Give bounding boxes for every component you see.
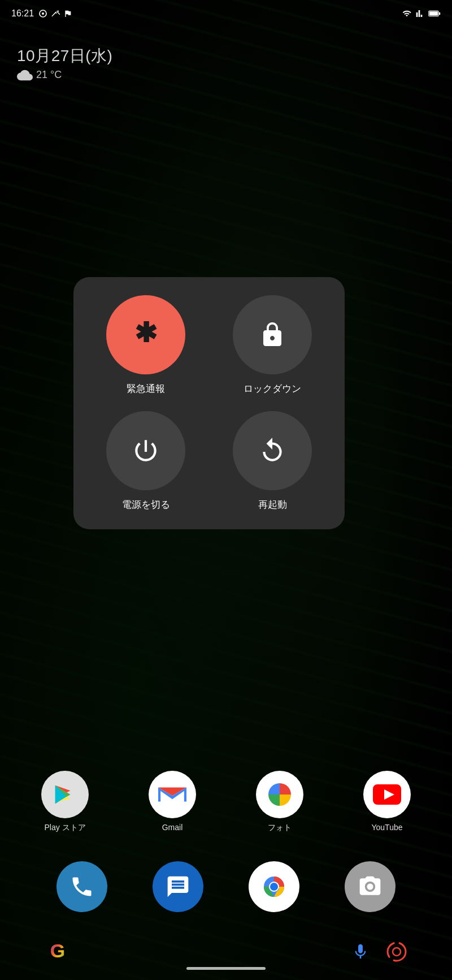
power-off-button[interactable]: 電源を切る — [92, 411, 200, 511]
dock-phone-item[interactable] — [56, 861, 107, 912]
restart-label: 再起動 — [258, 498, 287, 511]
lockdown-circle — [233, 295, 312, 374]
dock-camera-item[interactable] — [345, 861, 395, 912]
mic-icon — [351, 943, 370, 961]
wifi-icon — [401, 9, 412, 18]
svg-rect-3 — [429, 11, 438, 15]
playstore-label: Play ストア — [44, 823, 85, 833]
bottom-dock — [0, 861, 452, 912]
camera-icon-wrapper — [345, 861, 395, 912]
weather-text: 21 °C — [17, 69, 112, 81]
svg-point-1 — [42, 12, 44, 15]
gmail-icon — [158, 783, 186, 806]
chrome-icon-wrapper — [249, 861, 299, 912]
lens-search-button[interactable] — [386, 942, 407, 962]
cloud-icon — [17, 70, 33, 81]
google-g-icon: G G — [45, 939, 70, 964]
svg-text:✱: ✱ — [134, 321, 157, 348]
dock-chrome-item[interactable] — [249, 861, 299, 912]
google-search-button[interactable]: G G — [45, 939, 70, 964]
restart-circle — [233, 411, 312, 490]
app-youtube[interactable]: YouTube — [353, 771, 421, 832]
playstore-icon — [52, 782, 78, 808]
flag-icon — [63, 9, 72, 18]
battery-icon — [428, 10, 441, 18]
svg-text:G: G — [50, 940, 65, 961]
status-time: 16:21 — [11, 8, 34, 19]
lockdown-button[interactable]: ロックダウン — [218, 295, 327, 395]
restart-icon — [258, 437, 286, 465]
playstore-icon-wrapper — [41, 771, 89, 818]
svg-point-15 — [388, 943, 406, 961]
emergency-label: 緊急通報 — [127, 382, 165, 395]
temperature-text: 21 °C — [36, 69, 62, 81]
status-bar: 16:21 — [0, 0, 452, 27]
voice-search-button[interactable] — [351, 943, 370, 961]
gmail-icon-wrapper — [149, 771, 196, 818]
power-circle — [106, 411, 185, 490]
power-off-label: 電源を切る — [122, 498, 170, 511]
signal-icon — [416, 9, 425, 18]
restart-button[interactable]: 再起動 — [218, 411, 327, 511]
svg-point-11 — [270, 883, 278, 891]
dock-messages-item[interactable] — [153, 861, 203, 912]
status-bar-left: 16:21 — [11, 8, 72, 19]
sync-icon — [38, 9, 47, 18]
app-photos[interactable]: フォト — [246, 771, 314, 833]
home-indicator[interactable] — [186, 967, 266, 970]
svg-point-12 — [367, 884, 373, 890]
phone-icon-wrapper — [56, 861, 107, 912]
youtube-icon-wrapper — [363, 771, 411, 818]
youtube-icon — [373, 784, 401, 805]
emergency-circle: ✱ — [106, 295, 185, 374]
app-row: Play ストア Gmail フォト — [0, 771, 452, 833]
lock-icon — [259, 321, 286, 348]
lockdown-label: ロックダウン — [244, 382, 301, 395]
asterisk-icon: ✱ — [132, 321, 160, 349]
phone-icon — [69, 874, 94, 899]
chrome-icon — [259, 871, 289, 902]
status-icons-right — [401, 9, 441, 18]
wrench-icon — [51, 9, 60, 18]
photos-icon-wrapper — [256, 771, 303, 818]
date-widget: 10月27日(水) 21 °C — [17, 45, 112, 81]
youtube-label: YouTube — [371, 823, 402, 832]
messages-icon-wrapper — [153, 861, 203, 912]
photos-label: フォト — [268, 823, 292, 833]
app-gmail[interactable]: Gmail — [138, 771, 206, 832]
app-playstore[interactable]: Play ストア — [31, 771, 99, 833]
power-icon — [132, 437, 160, 465]
svg-rect-4 — [439, 12, 440, 15]
messages-icon — [166, 874, 190, 899]
power-menu: ✱ 緊急通報 ロックダウン 電源を切る 再起動 — [73, 277, 345, 529]
date-text: 10月27日(水) — [17, 45, 112, 67]
photos-icon — [266, 781, 293, 808]
status-icons-left — [38, 9, 72, 18]
nav-bar: G G — [0, 923, 452, 980]
emergency-button[interactable]: ✱ 緊急通報 — [92, 295, 200, 395]
lens-icon — [386, 942, 407, 962]
gmail-label: Gmail — [162, 823, 183, 832]
camera-icon — [358, 874, 383, 899]
svg-point-16 — [393, 948, 401, 956]
